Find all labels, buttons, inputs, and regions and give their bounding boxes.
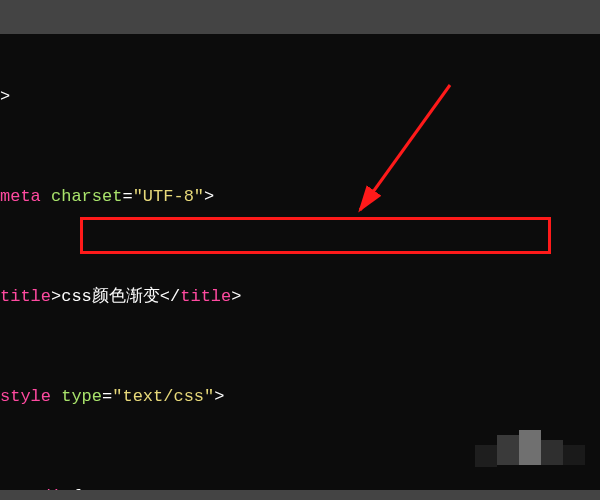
gt: > [231,287,241,306]
pixelation-overlay [475,430,595,470]
eq: = [122,187,132,206]
gt: > [204,187,214,206]
tag-title-close: title [180,287,231,306]
code-line[interactable]: title>css颜色渐变</title> [0,284,600,309]
code-line[interactable]: style type="text/css"> [0,384,600,409]
tag-title: title [0,287,51,306]
eq: = [102,387,112,406]
quote: " [112,387,122,406]
string: text/css [122,387,204,406]
quote: " [204,387,214,406]
gt: > [214,387,224,406]
quote: " [133,187,143,206]
code-line[interactable]: meta charset="UTF-8"> [0,184,600,209]
tag-meta: meta [0,187,41,206]
attr-type: type [61,387,102,406]
text: css颜色渐变 [61,287,160,306]
gt: > [51,287,61,306]
code-line[interactable]: > [0,84,600,109]
quote: " [194,187,204,206]
punct: > [0,87,10,106]
editor-bottom-bar [0,490,600,500]
tag-style: style [0,387,51,406]
code-editor[interactable]: > meta charset="UTF-8"> title>css颜色渐变</t… [0,0,600,500]
lt-slash: </ [160,287,180,306]
editor-top-bar [0,0,600,34]
attr-charset: charset [51,187,122,206]
string: UTF-8 [143,187,194,206]
